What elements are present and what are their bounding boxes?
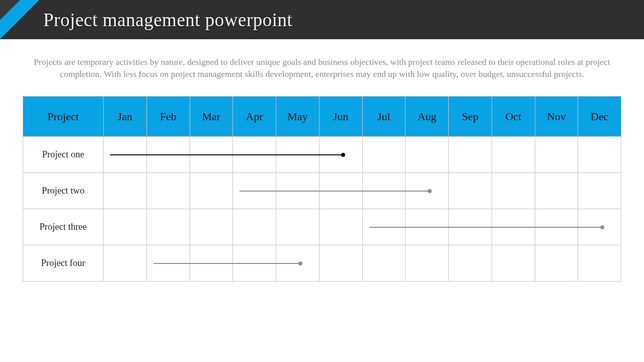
gantt-cell [406,245,449,282]
gantt-cell [492,137,535,173]
gantt-cell [190,209,233,245]
gantt-cell [319,209,362,245]
gantt-cell [146,209,190,245]
gantt-cell [578,173,621,209]
gantt-cell [319,245,362,282]
gantt-cell [449,173,492,209]
gantt-bar [369,227,603,228]
gantt-cell [492,245,535,282]
gantt-cell [146,173,190,209]
project-name-cell: Project three [23,209,104,245]
table-row: Project two [23,173,621,209]
gantt-cell [190,173,233,209]
slide-title: Project management powerpoint [0,9,292,31]
gantt-cell [535,173,578,209]
gantt-cell [104,137,147,173]
slide-header: Project management powerpoint [0,0,644,39]
gantt-header-row: Project Jan Feb Mar Apr May Jun Jul Aug … [23,97,621,137]
col-month: Apr [233,97,276,137]
gantt-cell [104,173,147,209]
col-month: May [276,97,319,137]
gantt-bar [110,154,344,155]
table-row: Project three [23,209,621,245]
col-month: Jan [104,97,147,137]
project-name-cell: Project two [23,173,104,209]
gantt-cell [362,137,406,173]
gantt-cell [449,245,492,282]
gantt-cell [535,245,578,282]
col-month: Nov [535,97,578,137]
gantt-cell [362,245,406,282]
project-name-cell: Project four [23,245,104,282]
table-row: Project four [23,245,621,282]
gantt-cell [449,137,492,173]
project-name-cell: Project one [23,137,104,173]
col-month: Mar [190,97,233,137]
gantt-cell [578,137,621,173]
table-row: Project one [23,137,621,173]
col-month: Sep [449,97,492,137]
gantt-cell [535,137,578,173]
corner-shadow [0,0,20,20]
gantt-bar [239,191,430,192]
col-month: Feb [146,97,190,137]
slide-subtitle: Projects are temporary activities by nat… [23,56,621,80]
col-month: Dec [578,97,621,137]
col-month: Oct [492,97,535,137]
col-month: Jun [319,97,362,137]
gantt-cell [406,137,449,173]
col-month: Jul [362,97,406,137]
gantt-bar [153,263,300,264]
col-project: Project [23,97,104,137]
gantt-cell [492,173,535,209]
gantt-cell [578,245,621,282]
gantt-cell [233,209,276,245]
col-month: Aug [406,97,449,137]
gantt-table: Project Jan Feb Mar Apr May Jun Jul Aug … [23,96,621,282]
gantt-cell [104,209,147,245]
gantt-cell [104,245,147,282]
gantt-container: Project Jan Feb Mar Apr May Jun Jul Aug … [23,96,621,282]
gantt-cell [276,209,319,245]
